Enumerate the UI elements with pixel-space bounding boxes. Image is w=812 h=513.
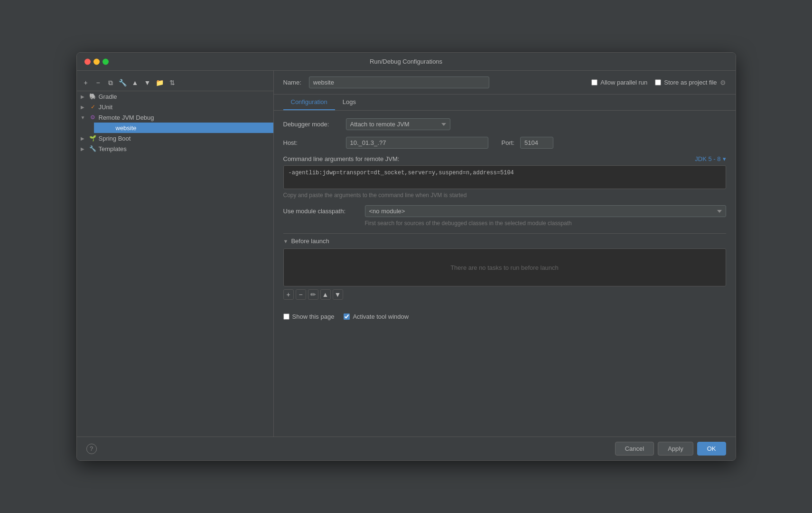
- module-select-wrapper: <no module>: [365, 205, 726, 217]
- store-project-checkbox[interactable]: [655, 79, 661, 86]
- remote-arrow: ▼: [81, 115, 87, 120]
- sidebar-label-gradle: Gradle: [99, 93, 270, 100]
- spring-arrow: ▶: [81, 136, 87, 141]
- templates-arrow: ▶: [81, 146, 87, 152]
- name-input[interactable]: [309, 76, 489, 88]
- debugger-mode-row: Debugger mode: Attach to remote JVM: [283, 118, 726, 130]
- config-header: Name: Allow parallel run Store as projec…: [274, 71, 736, 95]
- allow-parallel-checkbox[interactable]: [591, 79, 597, 86]
- command-line-label: Command line arguments for remote JVM:: [283, 155, 400, 162]
- remote-icon: ⚙: [89, 114, 97, 121]
- template-icon: 🔧: [89, 145, 97, 152]
- tabs: Configuration Logs: [274, 95, 736, 111]
- junit-icon: ✓: [89, 103, 97, 111]
- dialog-title: Run/Debug Configurations: [370, 58, 442, 65]
- sidebar-label-website: website: [116, 124, 270, 132]
- arrow-down-button[interactable]: ▼: [142, 77, 153, 88]
- module-classpath-section: Use module classpath: <no module> First …: [283, 205, 726, 227]
- debugger-mode-select[interactable]: Attach to remote JVM: [346, 118, 450, 130]
- apply-button[interactable]: Apply: [658, 442, 693, 456]
- title-bar: Run/Debug Configurations: [77, 53, 736, 71]
- config-tree: ▶ 🐘 Gradle ▶ ✓ JUnit ▼ ⚙ Remote JVM Debu…: [77, 91, 273, 154]
- cancel-button[interactable]: Cancel: [615, 442, 654, 456]
- tab-logs[interactable]: Logs: [335, 95, 364, 110]
- before-launch-section: ▼ Before launch There are no tasks to ru…: [283, 233, 726, 303]
- name-label: Name:: [283, 79, 301, 86]
- debugger-mode-label: Debugger mode:: [283, 121, 340, 128]
- jdk-label: JDK 5 - 8: [695, 155, 720, 162]
- folder-button[interactable]: 📁: [155, 77, 165, 88]
- wrench-button[interactable]: 🔧: [118, 77, 128, 88]
- junit-arrow: ▶: [81, 104, 87, 110]
- close-button[interactable]: [84, 58, 91, 65]
- gradle-icon: 🐘: [89, 93, 97, 100]
- sidebar-label-templates: Templates: [99, 145, 270, 152]
- sidebar: + − ⧉ 🔧 ▲ ▼ 📁 ⇅ ▶ 🐘 Gradle ▶: [77, 71, 274, 437]
- bottom-checkboxes: Show this page Activate tool window: [283, 309, 726, 324]
- command-line-section: Command line arguments for remote JVM: J…: [283, 155, 726, 199]
- activate-tool-checkbox[interactable]: [344, 314, 350, 320]
- tab-configuration[interactable]: Configuration: [283, 95, 335, 110]
- port-label: Port:: [502, 139, 514, 146]
- module-hint: First search for sources of the debugged…: [365, 220, 726, 227]
- sidebar-toolbar: + − ⧉ 🔧 ▲ ▼ 📁 ⇅: [77, 75, 273, 91]
- ok-button[interactable]: OK: [697, 442, 726, 456]
- command-line-header: Command line arguments for remote JVM: J…: [283, 155, 726, 162]
- website-icon: 🖥: [106, 124, 114, 132]
- before-launch-title: Before launch: [291, 238, 329, 245]
- show-page-group: Show this page: [283, 313, 335, 320]
- before-launch-edit-button[interactable]: ✏: [308, 289, 318, 300]
- before-launch-add-button[interactable]: +: [283, 289, 294, 300]
- traffic-lights: [84, 58, 109, 65]
- command-line-box: -agentlib:jdwp=transport=dt_socket,serve…: [283, 165, 726, 189]
- no-tasks-text: There are no tasks to run before launch: [450, 264, 559, 271]
- add-config-button[interactable]: +: [81, 77, 91, 88]
- sidebar-item-website[interactable]: 🖥 website: [94, 123, 273, 133]
- host-input[interactable]: [346, 137, 488, 149]
- module-classpath-label: Use module classpath:: [283, 208, 359, 215]
- gradle-arrow: ▶: [81, 94, 87, 99]
- arrow-up-button[interactable]: ▲: [130, 77, 140, 88]
- allow-parallel-group: Allow parallel run: [591, 79, 647, 86]
- module-select[interactable]: <no module>: [365, 205, 726, 217]
- sidebar-item-junit[interactable]: ▶ ✓ JUnit: [77, 102, 273, 112]
- before-launch-remove-button[interactable]: −: [296, 289, 306, 300]
- remove-config-button[interactable]: −: [93, 77, 103, 88]
- sidebar-item-spring-boot[interactable]: ▶ 🌱 Spring Boot: [77, 133, 273, 143]
- store-project-label: Store as project file: [664, 79, 717, 86]
- header-right: Allow parallel run Store as project file…: [591, 79, 726, 86]
- before-launch-header[interactable]: ▼ Before launch: [283, 238, 726, 245]
- command-line-hint: Copy and paste the arguments to the comm…: [283, 192, 726, 199]
- spring-icon: 🌱: [89, 134, 97, 142]
- right-panel: Name: Allow parallel run Store as projec…: [274, 71, 736, 437]
- jdk-chevron-icon: ▾: [723, 155, 726, 162]
- help-icon[interactable]: ?: [86, 444, 97, 454]
- footer: ? Cancel Apply OK: [77, 437, 736, 460]
- before-launch-box: There are no tasks to run before launch: [283, 248, 726, 286]
- host-port-row: Host: Port:: [283, 137, 726, 149]
- sort-button[interactable]: ⇅: [167, 77, 177, 88]
- before-launch-up-button[interactable]: ▲: [320, 289, 331, 300]
- show-page-checkbox[interactable]: [283, 314, 289, 320]
- maximize-button[interactable]: [103, 58, 109, 65]
- sidebar-item-gradle[interactable]: ▶ 🐘 Gradle: [77, 91, 273, 102]
- minimize-button[interactable]: [93, 58, 100, 65]
- main-content: + − ⧉ 🔧 ▲ ▼ 📁 ⇅ ▶ 🐘 Gradle ▶: [77, 71, 736, 437]
- sidebar-item-templates[interactable]: ▶ 🔧 Templates: [77, 143, 273, 154]
- gear-icon[interactable]: ⚙: [720, 79, 726, 86]
- config-content: Debugger mode: Attach to remote JVM Host…: [274, 111, 736, 437]
- before-launch-collapse-icon: ▼: [283, 238, 289, 244]
- jdk-dropdown[interactable]: JDK 5 - 8 ▾: [695, 155, 726, 162]
- sidebar-item-remote-jvm-debug[interactable]: ▼ ⚙ Remote JVM Debug: [77, 112, 273, 123]
- module-row: Use module classpath: <no module>: [283, 205, 726, 217]
- before-launch-down-button[interactable]: ▼: [333, 289, 343, 300]
- show-page-label: Show this page: [292, 313, 335, 320]
- sidebar-label-remote-jvm-debug: Remote JVM Debug: [99, 114, 270, 121]
- host-label: Host:: [283, 139, 340, 146]
- activate-tool-label: Activate tool window: [353, 313, 409, 320]
- command-line-value: -agentlib:jdwp=transport=dt_socket,serve…: [289, 170, 514, 176]
- before-launch-toolbar: + − ✏ ▲ ▼: [283, 286, 726, 303]
- copy-config-button[interactable]: ⧉: [105, 77, 116, 88]
- port-input[interactable]: [520, 137, 553, 149]
- store-project-group: Store as project file ⚙: [655, 79, 726, 86]
